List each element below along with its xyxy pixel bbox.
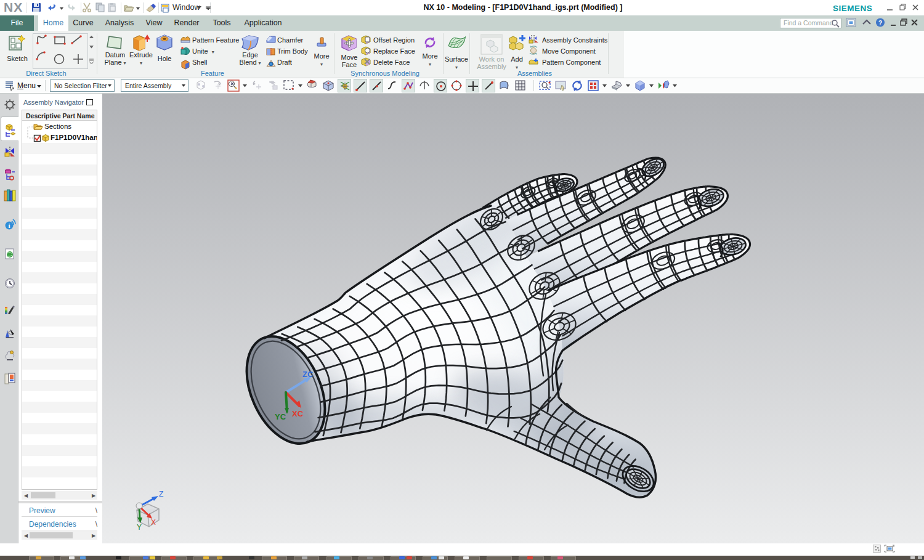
svg-text:?: ?: [878, 20, 882, 26]
svg-text:ZC: ZC: [302, 370, 314, 379]
svg-text:YC: YC: [275, 412, 286, 421]
svg-text:XC: XC: [292, 409, 304, 418]
svg-text:i: i: [8, 222, 10, 229]
svg-text:Y: Y: [137, 523, 142, 532]
svg-text:Z: Z: [159, 490, 163, 498]
svg-text:X: X: [151, 518, 156, 527]
